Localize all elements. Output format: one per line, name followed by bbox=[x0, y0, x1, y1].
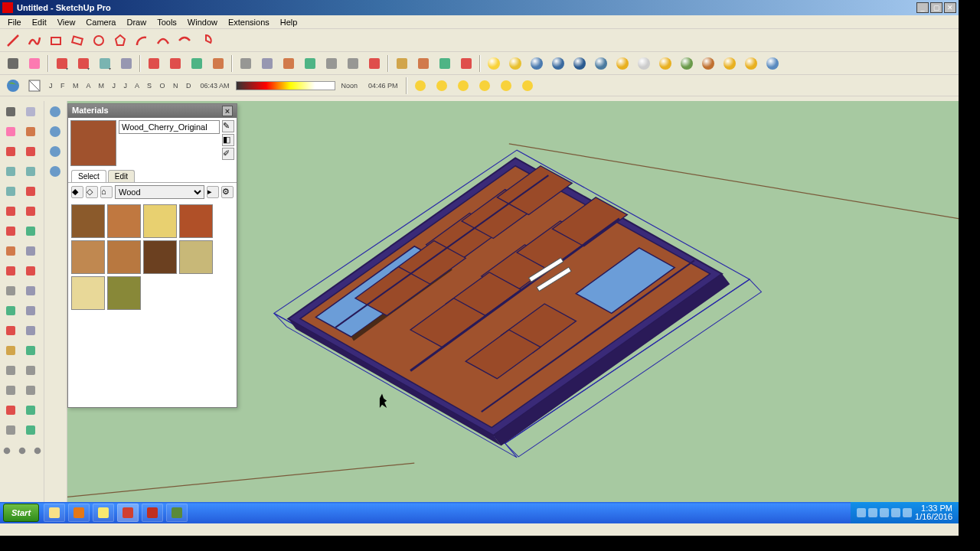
rotate-button[interactable] bbox=[187, 54, 207, 73]
sphere5-button[interactable] bbox=[570, 54, 590, 73]
orbit-tool[interactable] bbox=[21, 341, 40, 360]
move2-tool[interactable] bbox=[46, 103, 64, 121]
menu-camera[interactable]: Camera bbox=[81, 17, 120, 28]
sphere3-button[interactable] bbox=[527, 54, 547, 73]
line-tool[interactable] bbox=[3, 31, 23, 51]
task-firefox[interactable] bbox=[68, 504, 90, 522]
tray-icon-0[interactable] bbox=[857, 508, 866, 517]
scale-tool[interactable] bbox=[2, 242, 20, 260]
eraser-button[interactable] bbox=[24, 54, 44, 73]
pushpull-button[interactable] bbox=[116, 54, 136, 73]
material-swatch-4[interactable] bbox=[71, 240, 105, 274]
text-button[interactable] bbox=[257, 54, 277, 73]
menu-icon[interactable]: ⚙ bbox=[221, 186, 234, 198]
material-swatch-9[interactable] bbox=[107, 276, 141, 310]
arc-tool[interactable] bbox=[132, 31, 152, 51]
shadow-s1[interactable] bbox=[410, 76, 430, 96]
tab-select[interactable]: Select bbox=[71, 170, 106, 182]
select-button[interactable] bbox=[3, 54, 23, 73]
zoom-win-tool[interactable] bbox=[2, 381, 20, 399]
current-material-swatch[interactable] bbox=[70, 120, 116, 166]
shadow-s2[interactable] bbox=[432, 76, 452, 96]
outliner-button[interactable] bbox=[413, 54, 433, 73]
eraser-tool[interactable] bbox=[2, 122, 20, 141]
scale-button[interactable] bbox=[208, 54, 228, 73]
look-tool[interactable] bbox=[2, 421, 20, 439]
sphere11-button[interactable] bbox=[698, 54, 718, 73]
pushpull-tool[interactable] bbox=[21, 242, 40, 260]
tray-icon-3[interactable] bbox=[891, 508, 900, 517]
line2-button[interactable] bbox=[52, 54, 72, 73]
tab-edit[interactable]: Edit bbox=[108, 170, 135, 182]
menu-window[interactable]: Window bbox=[183, 17, 222, 28]
polygon-tool[interactable] bbox=[110, 31, 130, 51]
warehouse-button[interactable] bbox=[456, 54, 476, 73]
follow-tool[interactable] bbox=[2, 262, 20, 280]
layers-button[interactable] bbox=[392, 54, 412, 73]
task-sketchup[interactable] bbox=[117, 504, 139, 522]
system-tray[interactable]: 1:33 PM 1/16/2016 bbox=[851, 502, 959, 523]
menu-file[interactable]: File bbox=[3, 17, 26, 28]
2pt-arc-tool[interactable] bbox=[153, 31, 173, 51]
zoom-tool[interactable] bbox=[21, 361, 40, 380]
material-swatch-2[interactable] bbox=[143, 204, 177, 238]
addloc-button[interactable] bbox=[435, 54, 455, 73]
sphere1-button[interactable] bbox=[484, 54, 504, 73]
back-icon[interactable]: ◆ bbox=[71, 186, 83, 198]
solid3-icon[interactable] bbox=[32, 445, 43, 456]
home-icon[interactable]: ⌂ bbox=[100, 186, 113, 198]
sphere4-button[interactable] bbox=[548, 54, 568, 73]
polygon-tool[interactable] bbox=[2, 182, 20, 201]
sample-paint-icon[interactable]: ✐ bbox=[222, 148, 234, 160]
zoom-ext-tool[interactable] bbox=[2, 401, 20, 419]
forward-icon[interactable]: ◇ bbox=[86, 186, 98, 198]
circle-tool[interactable] bbox=[21, 162, 40, 181]
zoom-ext-button[interactable] bbox=[364, 54, 384, 73]
pie-tool[interactable] bbox=[21, 202, 40, 220]
3dtext-tool[interactable] bbox=[21, 321, 40, 340]
menu-edit[interactable]: Edit bbox=[28, 17, 51, 28]
pie-tool[interactable] bbox=[196, 31, 216, 51]
sandbox2-tool[interactable] bbox=[46, 162, 64, 181]
shadow-s4[interactable] bbox=[475, 76, 495, 96]
menu-extensions[interactable]: Extensions bbox=[224, 17, 274, 28]
sphere2-button[interactable] bbox=[505, 54, 525, 73]
rectangle-tool[interactable] bbox=[46, 31, 66, 51]
shadow-s6[interactable] bbox=[518, 76, 537, 96]
default-material-icon[interactable]: ◧ bbox=[222, 134, 234, 146]
rotated-rect-tool[interactable] bbox=[67, 31, 87, 51]
panel-close-icon[interactable]: × bbox=[222, 106, 233, 116]
material-swatch-6[interactable] bbox=[143, 240, 177, 274]
sphere13-button[interactable] bbox=[741, 54, 761, 73]
material-swatch-5[interactable] bbox=[107, 240, 141, 274]
2pt-tool[interactable] bbox=[2, 202, 20, 220]
task-camtasia[interactable] bbox=[166, 504, 188, 522]
position-tool[interactable] bbox=[21, 401, 40, 419]
tray-icon-1[interactable] bbox=[868, 508, 877, 517]
paint-tool[interactable] bbox=[21, 122, 40, 141]
start-button[interactable]: Start bbox=[3, 504, 39, 522]
move-tool[interactable] bbox=[2, 222, 20, 240]
circle-tool[interactable] bbox=[89, 31, 109, 51]
sphere9-button[interactable] bbox=[655, 54, 675, 73]
dim-tool[interactable] bbox=[21, 282, 40, 300]
tray-clock[interactable]: 1:33 PM 1/16/2016 bbox=[915, 504, 952, 521]
close-button[interactable]: ✕ bbox=[944, 2, 956, 13]
details-icon[interactable]: ▸ bbox=[207, 186, 219, 198]
protractor-tool[interactable] bbox=[2, 302, 20, 320]
material-swatch-7[interactable] bbox=[179, 240, 213, 274]
tray-icon-4[interactable] bbox=[903, 508, 912, 517]
select-tool[interactable] bbox=[2, 103, 20, 121]
sphere14-button[interactable] bbox=[763, 54, 782, 73]
freehand-tool[interactable] bbox=[21, 142, 40, 161]
arc-tool[interactable] bbox=[21, 182, 40, 201]
task-notes[interactable] bbox=[93, 504, 114, 522]
sphere6-button[interactable] bbox=[591, 54, 611, 73]
material-swatch-1[interactable] bbox=[107, 204, 141, 238]
line-tool[interactable] bbox=[2, 142, 20, 161]
create-material-icon[interactable]: ✎ bbox=[222, 120, 234, 132]
solid1-icon[interactable] bbox=[2, 445, 12, 456]
material-swatch-0[interactable] bbox=[71, 204, 105, 238]
solid2-icon[interactable] bbox=[17, 445, 28, 456]
section-tool[interactable] bbox=[2, 341, 20, 360]
